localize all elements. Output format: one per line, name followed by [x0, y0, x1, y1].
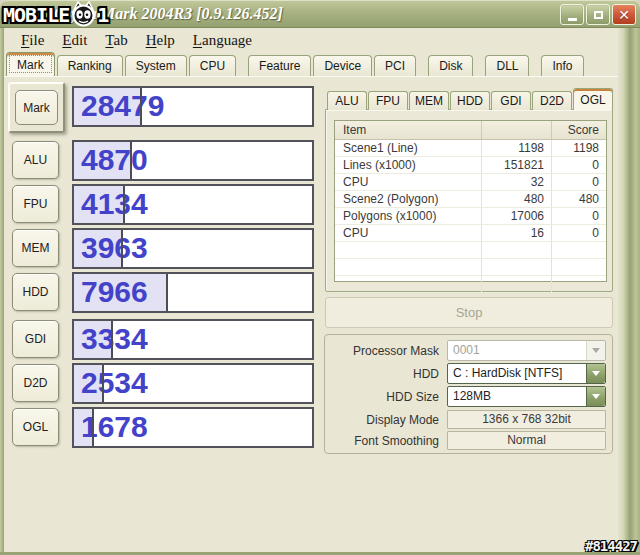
result-tab-hdd[interactable]: HDD: [450, 91, 490, 110]
chevron-down-icon[interactable]: [586, 387, 605, 406]
tab-feature[interactable]: Feature: [248, 55, 311, 76]
category-button-gdi[interactable]: GDI: [12, 320, 59, 358]
hdd-size-row: HDD Size 128MB: [331, 386, 606, 407]
minimize-button[interactable]: [560, 4, 584, 25]
category-button-alu[interactable]: ALU: [12, 141, 59, 179]
mark-page: Mark 28479 ALU 4870 FPU 4134 MEM 3963: [4, 76, 640, 555]
result-tab-d2d[interactable]: D2D: [532, 91, 572, 110]
score-tick: [123, 186, 125, 223]
result-tab-gdi[interactable]: GDI: [491, 91, 531, 110]
mark-score-bar: 28479: [72, 86, 314, 127]
close-button[interactable]: ✕: [612, 4, 636, 25]
crystalmark-window: CrystalMark 2004R3 [0.9.126.452] MOBILE …: [0, 0, 640, 555]
score-tick: [166, 274, 168, 311]
hdd-score-value: 7966: [81, 277, 148, 307]
score-tick: [111, 321, 113, 358]
table-row: Scene2 (Polygon) 480 480: [335, 191, 606, 208]
processor-mask-label: Processor Mask: [331, 344, 447, 358]
window-border-right: [618, 28, 640, 555]
tab-info[interactable]: Info: [541, 55, 583, 76]
cell-value: 17006: [481, 208, 551, 224]
menu-edit[interactable]: Edit: [53, 31, 96, 50]
table-row-empty: [335, 276, 606, 293]
font-smoothing-row: Font Smoothing Normal: [331, 431, 606, 450]
mark-button-frame: Mark: [8, 82, 65, 133]
cell-item: CPU: [335, 174, 481, 190]
chevron-down-icon: [586, 341, 605, 360]
table-row-empty: [335, 259, 606, 276]
menu-language[interactable]: Language: [184, 31, 261, 50]
display-mode-row: Display Mode 1366 x 768 32bit: [331, 410, 606, 429]
score-tick: [130, 142, 132, 179]
result-tab-strip: ALU FPU MEM HDD GDI D2D OGL: [327, 88, 614, 110]
tab-ranking[interactable]: Ranking: [57, 55, 123, 76]
score-tick: [121, 230, 123, 267]
cell-value: 151821: [481, 157, 551, 173]
tab-dll[interactable]: DLL: [485, 55, 529, 76]
cell-score: 0: [551, 225, 606, 241]
titlebar[interactable]: CrystalMark 2004R3 [0.9.126.452] MOBILE …: [0, 0, 640, 28]
mobile01-owl-icon: [70, 1, 97, 28]
table-row: CPU 32 0: [335, 174, 606, 191]
alu-score-bar: 4870: [72, 140, 314, 181]
font-smoothing-label: Font Smoothing: [331, 434, 447, 448]
table-row: Polygons (x1000) 17006 0: [335, 208, 606, 225]
tab-device[interactable]: Device: [313, 55, 372, 76]
result-tab-fpu[interactable]: FPU: [368, 91, 408, 110]
category-button-ogl[interactable]: OGL: [12, 408, 59, 446]
cell-value: 480: [481, 191, 551, 207]
tab-cpu[interactable]: CPU: [189, 55, 236, 76]
category-button-hdd[interactable]: HDD: [12, 273, 59, 311]
menu-file[interactable]: File: [12, 31, 53, 50]
menu-bar: File Edit Tab Help Language: [4, 28, 618, 52]
fpu-score-bar: 4134: [72, 184, 314, 225]
table-row: Lines (x1000) 151821 0: [335, 157, 606, 174]
menu-help[interactable]: Help: [137, 31, 184, 50]
table-row-empty: [335, 242, 606, 259]
menu-tab[interactable]: Tab: [96, 31, 136, 50]
category-button-d2d[interactable]: D2D: [12, 364, 59, 402]
hdd-combobox[interactable]: C : HardDisk [NTFS]: [447, 363, 606, 384]
column-score[interactable]: Score: [551, 121, 606, 139]
cell-score: 1198: [551, 140, 606, 156]
result-tab-mem[interactable]: MEM: [409, 91, 449, 110]
mobile01-logo-suffix: 1: [97, 2, 108, 28]
maximize-button[interactable]: [586, 4, 610, 25]
hdd-value: C : HardDisk [NTFS]: [453, 366, 562, 380]
close-icon: ✕: [618, 8, 630, 22]
processor-mask-value: 0001: [453, 343, 480, 357]
minimize-icon: [568, 18, 577, 21]
window-title-version: 2004R3 [0.9.126.452]: [142, 5, 283, 22]
cell-item: Scene1 (Line): [335, 140, 481, 156]
font-smoothing-value: Normal: [447, 431, 606, 450]
tab-pci[interactable]: PCI: [374, 55, 416, 76]
column-item[interactable]: Item: [335, 121, 481, 139]
ogl-score-bar: 1678: [72, 407, 314, 448]
cell-item: Polygons (x1000): [335, 208, 481, 224]
gdi-score-value: 3334: [81, 324, 148, 354]
tab-mark[interactable]: Mark: [6, 52, 55, 76]
result-panel: Item Score Scene1 (Line) 1198 1198 Lines…: [325, 109, 613, 292]
maximize-icon: [594, 11, 603, 19]
column-value[interactable]: [481, 121, 551, 139]
chevron-down-icon[interactable]: [586, 364, 605, 383]
cell-value: 32: [481, 174, 551, 190]
mobile01-logo-text: MOBILE: [3, 2, 69, 28]
d2d-score-bar: 2534: [72, 363, 314, 404]
score-tick: [92, 409, 94, 446]
stop-button[interactable]: Stop: [325, 297, 613, 328]
processor-mask-row: Processor Mask 0001: [331, 340, 606, 361]
category-button-mark[interactable]: Mark: [15, 90, 58, 125]
hdd-size-combobox[interactable]: 128MB: [447, 386, 606, 407]
category-button-fpu[interactable]: FPU: [12, 185, 59, 223]
window-border-left: [0, 28, 4, 555]
tab-disk[interactable]: Disk: [428, 55, 473, 76]
tab-system[interactable]: System: [125, 55, 187, 76]
result-tab-alu[interactable]: ALU: [327, 91, 367, 110]
display-mode-value: 1366 x 768 32bit: [447, 410, 606, 429]
result-tab-ogl[interactable]: OGL: [573, 88, 613, 110]
table-row: Scene1 (Line) 1198 1198: [335, 140, 606, 157]
settings-group: Processor Mask 0001 HDD C : HardDisk [NT…: [324, 334, 613, 454]
category-button-mem[interactable]: MEM: [12, 229, 59, 267]
cell-item: Scene2 (Polygon): [335, 191, 481, 207]
